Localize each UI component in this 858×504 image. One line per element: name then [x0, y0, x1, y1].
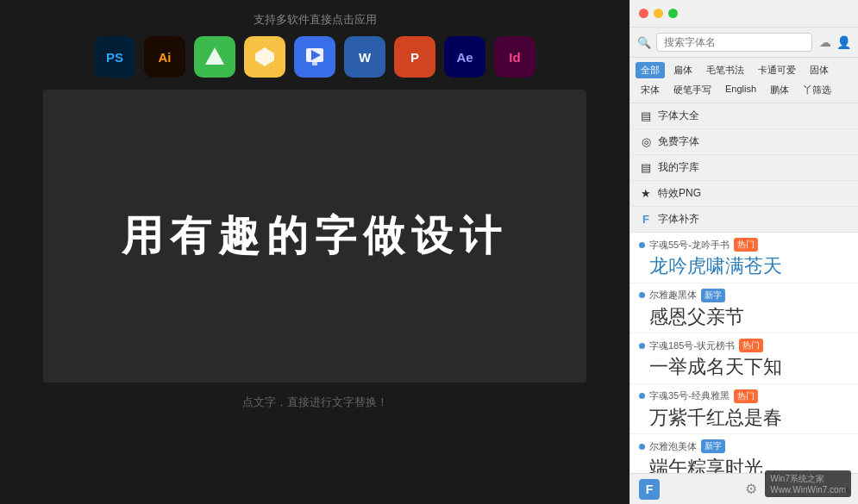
cat-tab-brush[interactable]: 毛笔书法 — [701, 62, 749, 78]
left-panel: 支持多软件直接点击应用 PS Ai W P Ae Id 用有趣的字做设计 — [0, 0, 629, 504]
watermark-line1: Win7系统之家 — [770, 473, 846, 485]
font-name-4: 字魂35号-经典雅黑 — [649, 389, 730, 402]
app-icon-id[interactable]: Id — [494, 36, 535, 78]
menu-item-free[interactable]: ◎ 免费字体 — [630, 129, 858, 155]
font-name-2: 尔雅趣黑体 — [649, 289, 697, 302]
user-icon[interactable]: 👤 — [836, 35, 851, 49]
svg-marker-1 — [255, 47, 274, 66]
close-dot[interactable] — [639, 9, 648, 18]
font-header-4: 字魂35号-经典雅黑 热门 — [639, 389, 849, 403]
font-preview-3: 一举成名天下知 — [639, 355, 849, 380]
category-tabs: 全部 扁体 毛笔书法 卡通可爱 固体 宋体 硬笔手写 English 鹏体 丫筛… — [630, 58, 858, 103]
font-badge-2: 新字 — [701, 289, 725, 302]
font-entry-2[interactable]: 尔雅趣黑体 新字 感恩父亲节 — [630, 283, 858, 334]
menu-item-my-fonts[interactable]: ▤ 我的字库 — [630, 155, 858, 181]
cat-tab-english[interactable]: English — [720, 82, 761, 98]
search-bar: 🔍 ☁ 👤 — [630, 28, 858, 58]
cloud-icon[interactable]: ☁ — [819, 35, 831, 49]
font-entry-4[interactable]: 字魂35号-经典雅黑 热门 万紫千红总是春 — [630, 384, 858, 435]
cat-tab-song[interactable]: 宋体 — [636, 82, 665, 98]
font-header-2: 尔雅趣黑体 新字 — [639, 289, 849, 302]
watermark: Win7系统之家 Www.WinWin7.com — [765, 470, 851, 497]
cat-tab-cute[interactable]: 卡通可爱 — [753, 62, 801, 78]
minimize-dot[interactable] — [654, 9, 663, 18]
font-name-1: 字魂55号-龙吟手书 — [649, 239, 730, 252]
app-icons-row: PS Ai W P Ae Id — [94, 36, 535, 78]
font-entry-3[interactable]: 字魂185号-状元榜书 热门 一举成名天下知 — [630, 333, 858, 384]
logo-text: F — [646, 482, 654, 496]
app-icon-ps[interactable]: PS — [94, 36, 135, 78]
watermark-line2: Www.WinWin7.com — [770, 485, 846, 495]
menu-label-effects: 特效PNG — [658, 186, 701, 201]
top-bar-text: 支持多软件直接点击应用 — [254, 12, 377, 28]
cat-tab-hard[interactable]: 硬笔手写 — [668, 82, 717, 98]
menu-label-free: 免费字体 — [658, 134, 699, 149]
app-icon-ppt[interactable]: P — [394, 36, 435, 78]
menu-label-supplement: 字体补齐 — [658, 212, 699, 227]
font-name-3: 字魂185号-状元榜书 — [649, 339, 735, 352]
maximize-dot[interactable] — [668, 9, 678, 18]
font-badge-3: 热门 — [739, 339, 763, 352]
font-entry-1[interactable]: 字魂55号-龙吟手书 热门 龙吟虎啸满苍天 — [630, 233, 858, 283]
canvas-main-text[interactable]: 用有趣的字做设计 — [122, 211, 508, 261]
app-icon-affinity[interactable] — [194, 36, 235, 78]
font-all-icon: ▤ — [639, 109, 653, 122]
font-list: 字魂55号-龙吟手书 热门 龙吟虎啸满苍天 尔雅趣黑体 新字 感恩父亲节 字魂1… — [630, 233, 858, 473]
search-icon: 🔍 — [637, 36, 651, 49]
menu-item-supplement[interactable]: F 字体补齐 — [630, 207, 858, 233]
font-dot-5 — [639, 444, 645, 450]
cat-tab-sans[interactable]: 扁体 — [668, 62, 698, 78]
font-badge-5: 新字 — [701, 439, 725, 453]
svg-marker-0 — [205, 47, 224, 65]
font-preview-4: 万紫千红总是春 — [639, 406, 849, 431]
app-icon-word[interactable]: W — [344, 36, 385, 78]
app-logo[interactable]: F — [639, 479, 660, 500]
bottom-hint: 点文字，直接进行文字替换！ — [242, 395, 388, 410]
settings-icon[interactable]: ⚙ — [745, 481, 757, 497]
font-badge-1: 热门 — [734, 238, 758, 252]
right-panel: 🔍 ☁ 👤 全部 扁体 毛笔书法 卡通可爱 固体 宋体 硬笔手写 English… — [629, 0, 858, 504]
font-dot-1 — [639, 242, 645, 248]
app-icon-keynote[interactable] — [294, 36, 335, 78]
my-fonts-icon: ▤ — [639, 161, 653, 174]
font-header-1: 字魂55号-龙吟手书 热门 — [639, 238, 849, 252]
font-header-5: 尔雅泡美体 新字 — [639, 439, 849, 453]
title-bar — [630, 0, 858, 28]
font-header-3: 字魂185号-状元榜书 热门 — [639, 339, 849, 352]
cat-tab-filter[interactable]: 丫筛选 — [798, 82, 836, 98]
effects-icon: ★ — [639, 187, 653, 200]
free-icon: ◎ — [639, 135, 653, 148]
font-dot-4 — [639, 393, 645, 399]
canvas-area: 用有趣的字做设计 — [43, 90, 586, 383]
font-dot-2 — [639, 292, 645, 298]
menu-item-font-all[interactable]: ▤ 字体大全 — [630, 103, 858, 129]
font-dot-3 — [639, 343, 645, 349]
top-bar: 支持多软件直接点击应用 — [0, 0, 629, 36]
app-icon-ae[interactable]: Ae — [444, 36, 485, 78]
svg-rect-3 — [312, 62, 317, 65]
menu-label-font-all: 字体大全 — [658, 109, 699, 123]
supplement-icon: F — [639, 213, 653, 226]
sidebar-menu: ▤ 字体大全 ◎ 免费字体 ▤ 我的字库 ★ 特效PNG F 字体补齐 — [630, 103, 858, 233]
app-icon-ai[interactable]: Ai — [144, 36, 185, 78]
app-icon-sketch[interactable] — [244, 36, 285, 78]
cat-tab-all[interactable]: 全部 — [636, 62, 665, 78]
cat-tab-peng[interactable]: 鹏体 — [765, 82, 794, 98]
font-name-5: 尔雅泡美体 — [649, 440, 697, 453]
font-preview-2: 感恩父亲节 — [639, 305, 849, 330]
menu-label-my-fonts: 我的字库 — [658, 160, 699, 175]
cat-tab-solid[interactable]: 固体 — [805, 62, 834, 78]
font-entry-5[interactable]: 尔雅泡美体 新字 端午粽享时光 — [630, 434, 858, 473]
font-badge-4: 热门 — [734, 389, 758, 403]
font-preview-1: 龙吟虎啸满苍天 — [639, 254, 849, 279]
menu-item-effects[interactable]: ★ 特效PNG — [630, 181, 858, 207]
search-input[interactable] — [656, 33, 812, 52]
